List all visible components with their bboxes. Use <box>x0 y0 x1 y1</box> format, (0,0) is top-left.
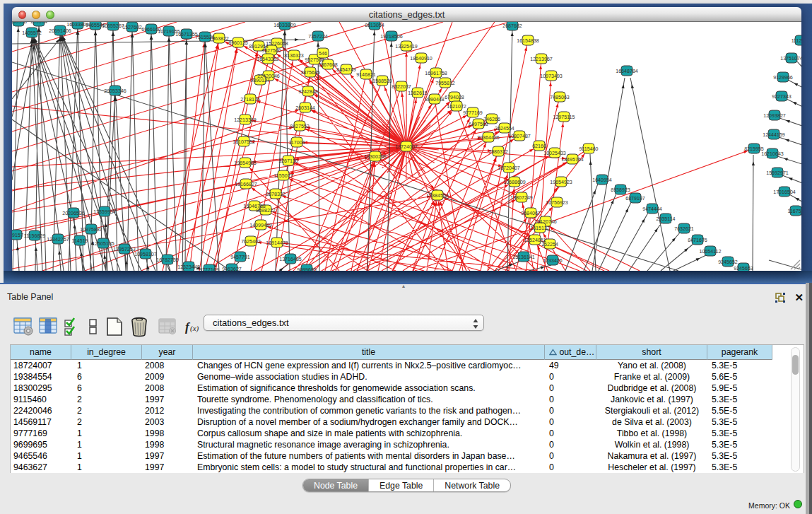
svg-text:10025433: 10025433 <box>543 151 566 156</box>
svg-text:9777169: 9777169 <box>199 267 219 271</box>
svg-text:29053346: 29053346 <box>104 88 126 94</box>
svg-text:11156829: 11156829 <box>24 233 46 239</box>
svg-text:6879197: 6879197 <box>625 196 645 201</box>
svg-text:18720407: 18720407 <box>498 165 520 171</box>
svg-text:7986372: 7986372 <box>488 149 508 155</box>
svg-text:8322037: 8322037 <box>392 84 411 90</box>
svg-text:15136141: 15136141 <box>512 255 535 260</box>
svg-text:9890127: 9890127 <box>250 78 270 83</box>
svg-text:16914479: 16914479 <box>266 240 288 246</box>
svg-text:2867608: 2867608 <box>318 62 338 68</box>
svg-text:16543362: 16543362 <box>257 57 279 62</box>
svg-text:9115460: 9115460 <box>579 146 598 152</box>
svg-text:7632621: 7632621 <box>674 226 694 232</box>
svg-text:6794028: 6794028 <box>445 95 464 100</box>
svg-text:10807487: 10807487 <box>508 134 531 139</box>
svg-text:12444159: 12444159 <box>763 132 785 138</box>
svg-text:9684067: 9684067 <box>521 211 541 216</box>
svg-text:(x): (x) <box>190 324 199 333</box>
svg-text:7663822: 7663822 <box>209 36 229 42</box>
svg-text:16154838: 16154838 <box>517 38 539 44</box>
svg-text:9242848: 9242848 <box>298 89 318 95</box>
svg-text:1405572: 1405572 <box>22 30 42 36</box>
svg-text:12505135: 12505135 <box>92 241 114 247</box>
svg-text:116753: 116753 <box>787 209 801 214</box>
svg-text:1362615: 1362615 <box>408 90 428 96</box>
svg-text:13325419: 13325419 <box>395 44 418 49</box>
svg-text:9129966: 9129966 <box>773 75 793 81</box>
svg-text:10688609: 10688609 <box>503 180 526 185</box>
svg-text:20364436: 20364436 <box>477 135 500 141</box>
svg-text:17957253: 17957253 <box>113 247 136 252</box>
svg-text:18724007: 18724007 <box>395 144 418 150</box>
svg-text:9146821: 9146821 <box>356 72 376 78</box>
svg-text:1112864: 1112864 <box>792 38 801 44</box>
svg-text:3267130: 3267130 <box>278 158 298 164</box>
svg-text:12213369: 12213369 <box>234 117 257 123</box>
svg-text:19384554: 19384554 <box>426 193 449 199</box>
svg-text:7625402: 7625402 <box>241 239 261 245</box>
svg-text:16033809: 16033809 <box>273 23 296 28</box>
svg-text:117004: 117004 <box>288 140 305 146</box>
svg-text:20206536: 20206536 <box>62 211 85 216</box>
svg-text:9699695: 9699695 <box>297 267 317 271</box>
svg-text:8427552: 8427552 <box>290 124 310 129</box>
svg-text:15226058: 15226058 <box>266 41 288 47</box>
svg-text:8878332: 8878332 <box>266 192 286 197</box>
svg-text:12323448: 12323448 <box>177 264 200 270</box>
svg-text:14099489: 14099489 <box>249 223 272 228</box>
svg-text:16782759: 16782759 <box>156 257 179 263</box>
svg-text:546: 546 <box>319 51 327 57</box>
svg-text:6497568: 6497568 <box>469 122 488 127</box>
svg-text:7485063: 7485063 <box>550 95 570 100</box>
svg-text:2603144: 2603144 <box>295 105 315 111</box>
svg-text:16961758: 16961758 <box>425 71 447 76</box>
svg-text:19218506: 19218506 <box>380 34 403 40</box>
svg-text:9463627: 9463627 <box>222 267 242 271</box>
svg-text:9245653: 9245653 <box>734 266 753 271</box>
svg-text:2935114: 2935114 <box>656 216 675 222</box>
svg-text:8938923: 8938923 <box>611 187 630 193</box>
svg-text:1527602: 1527602 <box>122 25 142 30</box>
svg-text:10973493: 10973493 <box>540 74 563 79</box>
svg-text:10120746: 10120746 <box>534 219 557 225</box>
svg-text:16107552: 16107552 <box>233 139 255 145</box>
svg-text:17016504: 17016504 <box>773 189 796 195</box>
svg-text:12975115: 12975115 <box>553 115 575 120</box>
svg-text:3624554: 3624554 <box>495 126 514 132</box>
svg-text:1615132: 1615132 <box>530 226 550 231</box>
svg-text:2687682: 2687682 <box>502 23 522 29</box>
svg-text:1621072: 1621072 <box>447 104 466 110</box>
svg-text:1640954: 1640954 <box>592 177 612 183</box>
svg-text:16671355: 16671355 <box>175 32 198 37</box>
svg-text:209514: 209514 <box>30 22 47 25</box>
svg-text:8454749: 8454749 <box>336 67 356 73</box>
svg-text:2718176: 2718176 <box>240 97 260 103</box>
svg-text:9474444: 9474444 <box>642 206 662 212</box>
svg-text:8698222: 8698222 <box>256 208 276 214</box>
svg-text:8813054: 8813054 <box>365 23 384 28</box>
svg-text:9777169: 9777169 <box>463 110 483 116</box>
svg-text:16210643: 16210643 <box>761 151 784 157</box>
svg-text:13751074: 13751074 <box>780 56 801 62</box>
svg-text:20691406: 20691406 <box>49 28 71 34</box>
svg-text:160338: 160338 <box>12 22 27 25</box>
svg-text:18807249: 18807249 <box>510 195 533 201</box>
svg-text:8990448: 8990448 <box>425 97 445 103</box>
svg-text:8136323: 8136323 <box>284 53 304 59</box>
svg-text:252254: 252254 <box>541 242 558 247</box>
svg-text:16648784: 16648784 <box>616 69 638 74</box>
svg-text:12093827: 12093827 <box>763 113 786 119</box>
svg-text:1733426: 1733426 <box>543 258 563 264</box>
svg-text:9227343: 9227343 <box>772 94 792 100</box>
svg-text:9527500: 9527500 <box>261 48 281 54</box>
svg-text:114519: 114519 <box>71 238 88 244</box>
svg-text:7357224: 7357224 <box>308 34 328 40</box>
svg-text:10655267: 10655267 <box>102 23 124 29</box>
svg-text:9457791: 9457791 <box>230 255 250 260</box>
svg-text:19654985: 19654985 <box>234 160 257 166</box>
svg-text:3875685: 3875685 <box>300 70 320 76</box>
svg-text:1588520: 1588520 <box>372 78 392 84</box>
svg-text:62160: 62160 <box>532 144 546 149</box>
svg-text:9245652: 9245652 <box>718 259 738 265</box>
